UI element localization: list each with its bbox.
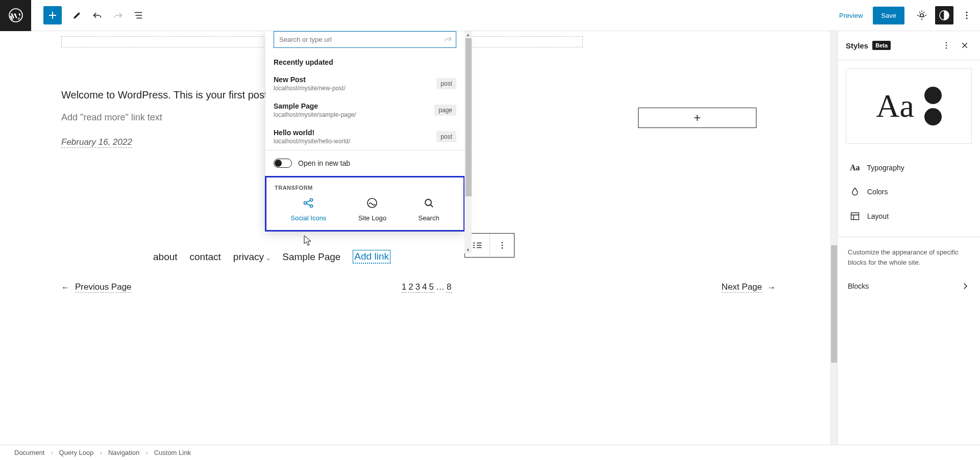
result-title: Sample Page bbox=[274, 102, 356, 110]
sidebar-header: Styles Beta bbox=[838, 31, 980, 60]
transform-social-icons[interactable]: Social Icons bbox=[290, 197, 326, 222]
scrollbar-down-icon[interactable]: ▼ bbox=[464, 246, 472, 253]
typography-icon: Aa bbox=[850, 163, 860, 172]
editor-topbar: Preview Save bbox=[0, 0, 980, 31]
svg-point-9 bbox=[368, 198, 377, 208]
style-options-list: Aa Typography Colors Layout bbox=[838, 152, 980, 233]
list-view-button[interactable] bbox=[129, 6, 148, 24]
save-button[interactable]: Save bbox=[873, 7, 904, 24]
workspace: Welcome to WordPress. This is your first… bbox=[0, 31, 980, 445]
breadcrumb-item[interactable]: Query Loop bbox=[59, 449, 94, 456]
add-block-appender[interactable] bbox=[638, 108, 756, 128]
chevron-right-icon: › bbox=[145, 449, 148, 456]
navigation-block[interactable]: about contact privacy ⌵ Sample Page Add … bbox=[61, 250, 776, 264]
canvas-scrollbar[interactable] bbox=[830, 31, 837, 445]
new-tab-toggle[interactable] bbox=[274, 159, 292, 168]
undo-button[interactable] bbox=[88, 6, 107, 24]
page-number[interactable]: 8 bbox=[446, 282, 452, 293]
result-type-badge: post bbox=[436, 131, 456, 142]
svg-point-16 bbox=[946, 47, 947, 48]
preview-button[interactable]: Preview bbox=[833, 8, 869, 23]
page-number[interactable]: 5 bbox=[429, 282, 434, 293]
sidebar-more-icon[interactable] bbox=[939, 38, 953, 53]
submit-link-icon[interactable] bbox=[443, 35, 453, 45]
page-number[interactable]: 2 bbox=[408, 282, 413, 293]
add-block-button[interactable] bbox=[43, 6, 62, 24]
post-date[interactable]: February 16, 2022 bbox=[61, 137, 132, 148]
transform-search[interactable]: Search bbox=[418, 197, 439, 222]
style-preview[interactable]: Aa bbox=[846, 68, 972, 144]
svg-rect-17 bbox=[851, 213, 859, 219]
beta-badge: Beta bbox=[872, 41, 891, 50]
link-popover: Recently updated New Post localhost/mysi… bbox=[265, 31, 464, 232]
pagination-block: ← Previous Page 1 2 3 4 5 … 8 Next Page … bbox=[61, 282, 776, 293]
chevron-right-icon: › bbox=[51, 449, 53, 456]
result-title: Hello world! bbox=[274, 129, 350, 137]
chevron-right-icon bbox=[961, 282, 970, 291]
svg-point-11 bbox=[501, 242, 503, 243]
color-dot-icon bbox=[924, 108, 942, 125]
breadcrumb-item[interactable]: Navigation bbox=[108, 449, 139, 456]
transform-label-text: Site Logo bbox=[358, 214, 386, 222]
toolbar-more-icon[interactable] bbox=[489, 234, 514, 257]
link-result-item[interactable]: New Post localhost/mysite/new-post/ post bbox=[265, 70, 464, 97]
link-result-item[interactable]: Sample Page localhost/mysite/sample-page… bbox=[265, 97, 464, 123]
settings-button[interactable] bbox=[913, 6, 931, 24]
transform-label: TRANSFORM bbox=[275, 185, 455, 191]
blocks-row[interactable]: Blocks bbox=[838, 273, 980, 299]
transform-site-logo[interactable]: Site Logo bbox=[358, 197, 386, 222]
block-toolbar-remnant[interactable] bbox=[464, 233, 514, 258]
arrow-right-icon: → bbox=[767, 283, 776, 293]
page-number[interactable]: 1 bbox=[401, 282, 407, 293]
pagination-next[interactable]: Next Page → bbox=[722, 282, 776, 293]
breadcrumb-item[interactable]: Custom Link bbox=[154, 449, 191, 456]
styles-button[interactable] bbox=[935, 6, 953, 24]
editor-canvas[interactable]: Welcome to WordPress. This is your first… bbox=[0, 31, 837, 445]
nav-item-dropdown[interactable]: privacy ⌵ bbox=[233, 251, 270, 263]
arrow-left-icon: ← bbox=[61, 283, 70, 293]
edit-icon[interactable] bbox=[68, 6, 86, 24]
svg-point-13 bbox=[501, 247, 503, 249]
page-number[interactable]: 3 bbox=[415, 282, 421, 293]
more-menu-button[interactable] bbox=[958, 6, 976, 24]
style-colors[interactable]: Colors bbox=[838, 180, 980, 204]
nav-add-link[interactable]: Add link bbox=[353, 250, 390, 264]
nav-item[interactable]: Sample Page bbox=[282, 251, 340, 263]
result-title: New Post bbox=[274, 75, 346, 84]
breadcrumb-item[interactable]: Document bbox=[14, 449, 44, 456]
droplet-icon bbox=[850, 187, 860, 197]
svg-point-10 bbox=[425, 199, 431, 206]
open-new-tab-row: Open in new tab bbox=[265, 150, 464, 176]
result-type-badge: post bbox=[436, 78, 456, 89]
chevron-right-icon: › bbox=[100, 449, 102, 456]
result-url: localhost/mysite/hello-world/ bbox=[274, 138, 350, 145]
link-result-item[interactable]: Hello world! localhost/mysite/hello-worl… bbox=[265, 123, 464, 150]
sidebar-title-text: Styles bbox=[846, 41, 868, 50]
svg-point-12 bbox=[501, 245, 503, 246]
result-url: localhost/mysite/sample-page/ bbox=[274, 111, 356, 118]
nav-item[interactable]: contact bbox=[190, 251, 221, 263]
link-search-input[interactable] bbox=[274, 31, 456, 48]
svg-point-14 bbox=[946, 42, 947, 43]
svg-point-5 bbox=[966, 17, 968, 19]
typography-preview-text: Aa bbox=[876, 87, 914, 125]
layout-icon bbox=[850, 211, 860, 221]
wordpress-logo[interactable] bbox=[0, 0, 31, 31]
popover-scrollbar[interactable]: ▲ ▼ bbox=[464, 31, 472, 253]
redo-button[interactable] bbox=[109, 6, 127, 24]
toolbar-right: Preview Save bbox=[833, 6, 980, 24]
pagination-numbers[interactable]: 1 2 3 4 5 … 8 bbox=[401, 282, 452, 293]
svg-point-1 bbox=[920, 14, 923, 17]
style-layout[interactable]: Layout bbox=[838, 204, 980, 228]
svg-point-15 bbox=[946, 45, 947, 46]
scrollbar-up-icon[interactable]: ▲ bbox=[464, 31, 472, 38]
style-typography[interactable]: Aa Typography bbox=[838, 156, 980, 180]
breadcrumb: Document › Query Loop › Navigation › Cus… bbox=[0, 445, 980, 460]
mouse-cursor-icon bbox=[304, 235, 313, 246]
style-description: Customize the appearance of specific blo… bbox=[838, 241, 980, 273]
nav-item[interactable]: about bbox=[153, 251, 178, 263]
pagination-prev[interactable]: ← Previous Page bbox=[61, 282, 132, 293]
close-sidebar-icon[interactable] bbox=[958, 38, 972, 53]
page-number[interactable]: 4 bbox=[422, 282, 427, 293]
toolbar-left bbox=[31, 6, 148, 24]
